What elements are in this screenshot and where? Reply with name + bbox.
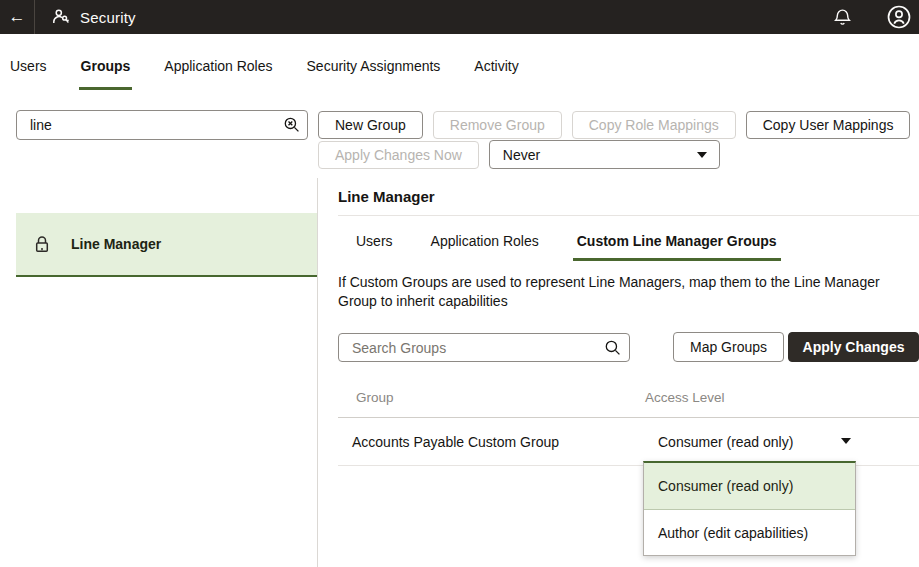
top-header-bar: ← Security (0, 0, 919, 34)
user-avatar-icon[interactable] (886, 4, 912, 30)
tab-activity[interactable]: Activity (472, 58, 520, 90)
chevron-down-icon (697, 152, 707, 158)
back-arrow-icon[interactable]: ← (0, 0, 34, 34)
apply-changes-now-button[interactable]: Apply Changes Now (318, 141, 479, 169)
custom-groups-controls: Map Groups Apply Changes (338, 332, 919, 362)
clear-search-icon[interactable] (283, 116, 301, 134)
copy-role-mappings-button[interactable]: Copy Role Mappings (572, 111, 736, 139)
search-groups-field (338, 333, 630, 362)
dropdown-option-consumer[interactable]: Consumer (read only) (644, 463, 855, 510)
access-level-dropdown-trigger[interactable]: Consumer (read only) (658, 434, 793, 450)
chevron-down-icon (841, 438, 851, 444)
security-app-icon (52, 8, 70, 26)
tab-groups[interactable]: Groups (79, 58, 133, 90)
search-icon[interactable] (604, 339, 622, 357)
detail-tab-users[interactable]: Users (352, 233, 397, 261)
detail-tab-custom-line-manager-groups[interactable]: Custom Line Manager Groups (573, 233, 781, 261)
lock-icon (32, 234, 52, 255)
detail-tab-application-roles[interactable]: Application Roles (427, 233, 543, 261)
main-tab-bar: Users Groups Application Roles Security … (8, 58, 521, 90)
tab-security-assignments[interactable]: Security Assignments (305, 58, 443, 90)
new-group-button[interactable]: New Group (318, 111, 423, 139)
search-groups-input[interactable] (338, 333, 630, 362)
tab-application-roles[interactable]: Application Roles (162, 58, 274, 90)
group-detail-panel: Line Manager Users Application Roles Cus… (338, 180, 919, 567)
map-groups-button[interactable]: Map Groups (673, 332, 784, 362)
group-list-item-line-manager[interactable]: Line Manager (16, 213, 317, 277)
custom-groups-description: If Custom Groups are used to represent L… (338, 273, 916, 311)
table-row: Accounts Payable Custom Group Consumer (… (338, 418, 919, 465)
access-level-value: Consumer (read only) (658, 434, 793, 450)
header-actions (833, 4, 919, 30)
detail-tab-bar: Users Application Roles Custom Line Mana… (352, 233, 781, 261)
header-divider (34, 0, 35, 34)
notifications-bell-icon[interactable] (833, 8, 852, 27)
schedule-select[interactable]: Never (489, 140, 720, 169)
group-name-cell: Accounts Payable Custom Group (352, 434, 559, 450)
security-app-window: ← Security (0, 0, 919, 567)
dropdown-option-author[interactable]: Author (edit capabilities) (644, 510, 855, 555)
group-actions-row: New Group Remove Group Copy Role Mapping… (318, 111, 910, 139)
group-search (16, 110, 308, 140)
schedule-select-value: Never (503, 147, 540, 163)
apply-changes-row: Apply Changes Now Never (318, 140, 720, 169)
access-level-dropdown-menu: Consumer (read only) Author (edit capabi… (643, 461, 856, 556)
page-title: Security (80, 9, 136, 26)
column-header-group: Group (356, 390, 394, 405)
column-header-access-level: Access Level (645, 390, 725, 405)
apply-changes-button[interactable]: Apply Changes (788, 332, 919, 362)
group-item-label: Line Manager (71, 236, 161, 252)
tab-users[interactable]: Users (8, 58, 49, 90)
detail-title: Line Manager (338, 188, 435, 205)
panel-divider (317, 178, 318, 567)
detail-title-divider (338, 215, 919, 216)
remove-group-button[interactable]: Remove Group (433, 111, 562, 139)
group-search-input[interactable] (16, 110, 308, 140)
copy-user-mappings-button[interactable]: Copy User Mappings (746, 111, 911, 139)
